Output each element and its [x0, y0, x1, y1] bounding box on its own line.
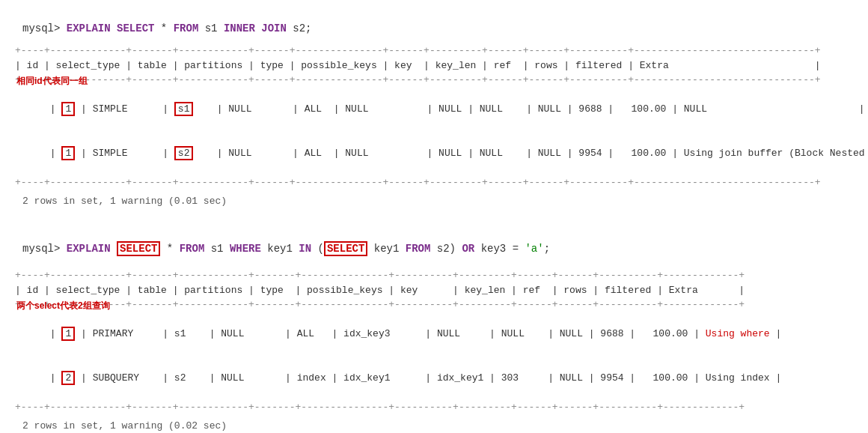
table-box-s2: s2: [174, 146, 194, 160]
annotation-2: 两个select代表2组查询: [16, 300, 110, 312]
header-1: | id | select_type | table | partitions …: [15, 58, 853, 73]
top-border-1: +----+-------------+-------+------------…: [15, 43, 853, 58]
sql-query-1: mysql> EXPLAIN SELECT * FROM s1 INNER JO…: [7, 15, 861, 42]
result-table-2: 两个select代表2组查询 +----+-------------+-----…: [7, 268, 861, 414]
id-box-4: 2: [61, 371, 75, 385]
sql-query-2: mysql> EXPLAIN SELECT * FROM s1 WHERE ke…: [7, 235, 861, 262]
header-border-2: +----+-------------+-------+------------…: [15, 297, 853, 312]
header-border-1: +----+-------------+-------+------------…: [15, 73, 853, 88]
annotation-1: 相同id代表同一组: [16, 75, 88, 88]
top-border-2: +----+-------------+-------+------------…: [15, 268, 853, 283]
data-row-2-1: | 1 | PRIMARY | s1 | NULL | ALL | idx_ke…: [15, 312, 853, 357]
bottom-border-2: +----+-------------+-------+------------…: [15, 400, 853, 415]
id-box-2: 1: [61, 146, 75, 160]
result-table-1: 相同id代表同一组 +----+-------------+-------+--…: [7, 43, 861, 190]
data-row-1-1: | 1 | SIMPLE | s1 | NULL | ALL | NULL | …: [15, 88, 853, 132]
mysql-prompt-2: mysql>: [22, 243, 67, 255]
rows-info-2: 2 rows in set, 1 warning (0.02 sec): [7, 414, 861, 433]
id-box-1: 1: [61, 102, 75, 116]
table-box-s1: s1: [174, 102, 194, 116]
id-box-3: 1: [61, 327, 75, 341]
using-where-text: Using where: [706, 328, 770, 339]
bottom-border-1: +----+-------------+-------+------------…: [15, 175, 853, 190]
select-keyword-2-highlighted: SELECT: [324, 241, 367, 256]
data-row-1-2: | 1 | SIMPLE | s2 | NULL | ALL | NULL | …: [15, 131, 853, 175]
select-keyword-1-highlighted: SELECT: [117, 241, 160, 256]
data-row-2-2: | 2 | SUBQUERY | s2 | NULL | index | idx…: [15, 356, 853, 400]
explain-keyword-1: EXPLAIN: [67, 22, 111, 34]
sql-text-1: SELECT * FROM s1 INNER JOIN s2;: [111, 22, 312, 34]
rows-info-1: 2 rows in set, 1 warning (0.01 sec): [7, 190, 861, 213]
sql-middle: * FROM s1 WHERE key1 IN (: [167, 243, 324, 255]
section-2: mysql> EXPLAIN SELECT * FROM s1 WHERE ke…: [7, 235, 861, 433]
sql-end: key1 FROM s2) OR key3 = 'a';: [367, 243, 550, 255]
header-2: | id | select_type | table | partitions …: [15, 283, 853, 298]
section-1: mysql> EXPLAIN SELECT * FROM s1 INNER JO…: [7, 15, 861, 213]
explain-keyword-2: EXPLAIN: [67, 243, 111, 255]
mysql-prompt-1: mysql>: [22, 22, 67, 34]
